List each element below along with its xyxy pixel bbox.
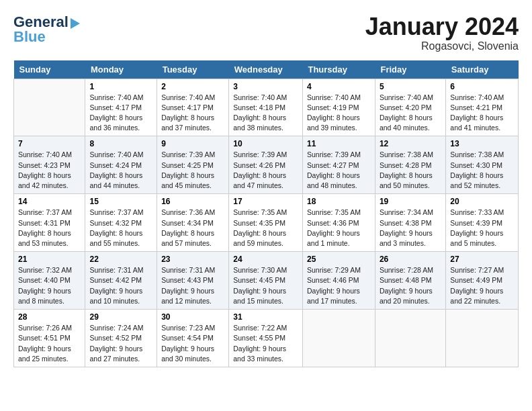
calendar-cell: 5 Sunrise: 7:40 AMSunset: 4:20 PMDayligh… (375, 79, 445, 136)
day-info: Sunrise: 7:40 AMSunset: 4:24 PMDaylight:… (89, 150, 143, 189)
day-info: Sunrise: 7:23 AMSunset: 4:54 PMDaylight:… (161, 324, 215, 363)
calendar-cell: 20 Sunrise: 7:33 AMSunset: 4:39 PMDaylig… (446, 194, 519, 252)
day-info: Sunrise: 7:36 AMSunset: 4:34 PMDaylight:… (161, 208, 215, 247)
calendar-cell: 27 Sunrise: 7:27 AMSunset: 4:49 PMDaylig… (446, 252, 519, 310)
day-number: 12 (380, 139, 441, 148)
day-info: Sunrise: 7:31 AMSunset: 4:43 PMDaylight:… (161, 266, 215, 305)
day-info: Sunrise: 7:39 AMSunset: 4:26 PMDaylight:… (233, 150, 287, 189)
calendar-week-0: 1 Sunrise: 7:40 AMSunset: 4:17 PMDayligh… (14, 79, 519, 136)
day-number: 29 (89, 312, 152, 322)
calendar-cell: 22 Sunrise: 7:31 AMSunset: 4:42 PMDaylig… (85, 252, 157, 310)
day-number: 2 (161, 82, 224, 91)
calendar-cell: 14 Sunrise: 7:37 AMSunset: 4:31 PMDaylig… (14, 194, 85, 252)
calendar-cell: 4 Sunrise: 7:40 AMSunset: 4:19 PMDayligh… (302, 79, 375, 136)
day-info: Sunrise: 7:35 AMSunset: 4:35 PMDaylight:… (233, 208, 287, 247)
calendar-cell: 24 Sunrise: 7:30 AMSunset: 4:45 PMDaylig… (229, 252, 303, 310)
day-number: 7 (18, 139, 81, 148)
calendar-week-1: 7 Sunrise: 7:40 AMSunset: 4:23 PMDayligh… (14, 136, 519, 194)
calendar-cell: 10 Sunrise: 7:39 AMSunset: 4:26 PMDaylig… (229, 136, 303, 194)
calendar-cell: 21 Sunrise: 7:32 AMSunset: 4:40 PMDaylig… (14, 252, 85, 310)
col-tuesday: Tuesday (157, 60, 229, 79)
col-saturday: Saturday (446, 60, 519, 79)
calendar-cell: 23 Sunrise: 7:31 AMSunset: 4:43 PMDaylig… (157, 252, 229, 310)
day-number: 31 (233, 312, 298, 322)
calendar-cell: 6 Sunrise: 7:40 AMSunset: 4:21 PMDayligh… (446, 79, 519, 136)
calendar-cell: 13 Sunrise: 7:38 AMSunset: 4:30 PMDaylig… (446, 136, 519, 194)
day-info: Sunrise: 7:38 AMSunset: 4:28 PMDaylight:… (380, 150, 433, 189)
day-number: 8 (89, 139, 152, 148)
calendar-cell: 1 Sunrise: 7:40 AMSunset: 4:17 PMDayligh… (85, 79, 157, 136)
day-number: 27 (450, 255, 514, 264)
day-info: Sunrise: 7:30 AMSunset: 4:45 PMDaylight:… (233, 266, 287, 305)
calendar-cell (302, 310, 375, 367)
day-info: Sunrise: 7:38 AMSunset: 4:30 PMDaylight:… (450, 150, 504, 189)
day-number: 5 (380, 82, 441, 91)
calendar-week-3: 21 Sunrise: 7:32 AMSunset: 4:40 PMDaylig… (14, 252, 519, 310)
calendar-cell: 29 Sunrise: 7:24 AMSunset: 4:52 PMDaylig… (85, 310, 157, 367)
logo-arrow-icon (71, 18, 80, 29)
calendar-cell: 28 Sunrise: 7:26 AMSunset: 4:51 PMDaylig… (14, 310, 85, 367)
day-number: 16 (161, 197, 224, 206)
calendar-cell: 16 Sunrise: 7:36 AMSunset: 4:34 PMDaylig… (157, 194, 229, 252)
day-number: 17 (233, 197, 298, 206)
day-number: 20 (450, 197, 514, 206)
day-info: Sunrise: 7:37 AMSunset: 4:32 PMDaylight:… (89, 208, 143, 247)
day-number: 28 (18, 312, 81, 322)
day-info: Sunrise: 7:40 AMSunset: 4:20 PMDaylight:… (380, 93, 433, 132)
day-info: Sunrise: 7:37 AMSunset: 4:31 PMDaylight:… (18, 208, 72, 247)
day-number: 23 (161, 255, 224, 264)
logo-line2: Blue (13, 28, 46, 46)
col-friday: Friday (375, 60, 445, 79)
calendar-cell: 3 Sunrise: 7:40 AMSunset: 4:18 PMDayligh… (229, 79, 303, 136)
col-monday: Monday (85, 60, 157, 79)
day-info: Sunrise: 7:26 AMSunset: 4:51 PMDaylight:… (18, 324, 72, 363)
calendar-cell: 12 Sunrise: 7:38 AMSunset: 4:28 PMDaylig… (375, 136, 445, 194)
col-sunday: Sunday (14, 60, 85, 79)
day-info: Sunrise: 7:35 AMSunset: 4:36 PMDaylight:… (307, 208, 361, 247)
header-row: Sunday Monday Tuesday Wednesday Thursday… (14, 60, 519, 79)
day-info: Sunrise: 7:40 AMSunset: 4:18 PMDaylight:… (233, 93, 287, 132)
day-info: Sunrise: 7:22 AMSunset: 4:55 PMDaylight:… (233, 324, 287, 363)
calendar-cell: 11 Sunrise: 7:39 AMSunset: 4:27 PMDaylig… (302, 136, 375, 194)
col-thursday: Thursday (302, 60, 375, 79)
day-number: 24 (233, 255, 298, 264)
col-wednesday: Wednesday (229, 60, 303, 79)
day-info: Sunrise: 7:33 AMSunset: 4:39 PMDaylight:… (450, 208, 504, 247)
day-number: 19 (380, 197, 441, 206)
calendar-cell: 25 Sunrise: 7:29 AMSunset: 4:46 PMDaylig… (302, 252, 375, 310)
location: Rogasovci, Slovenia (365, 40, 519, 52)
day-number: 15 (89, 197, 152, 206)
calendar-cell: 18 Sunrise: 7:35 AMSunset: 4:36 PMDaylig… (302, 194, 375, 252)
day-number: 13 (450, 139, 514, 148)
day-info: Sunrise: 7:39 AMSunset: 4:27 PMDaylight:… (307, 150, 361, 189)
title-block: January 2024 Rogasovci, Slovenia (365, 13, 519, 52)
calendar-cell: 8 Sunrise: 7:40 AMSunset: 4:24 PMDayligh… (85, 136, 157, 194)
calendar-week-2: 14 Sunrise: 7:37 AMSunset: 4:31 PMDaylig… (14, 194, 519, 252)
calendar-cell (14, 79, 85, 136)
day-number: 11 (307, 139, 371, 148)
day-number: 3 (233, 82, 298, 91)
day-number: 26 (380, 255, 441, 264)
day-info: Sunrise: 7:34 AMSunset: 4:38 PMDaylight:… (380, 208, 433, 247)
day-number: 1 (89, 82, 152, 91)
calendar-cell: 15 Sunrise: 7:37 AMSunset: 4:32 PMDaylig… (85, 194, 157, 252)
day-info: Sunrise: 7:29 AMSunset: 4:46 PMDaylight:… (307, 266, 361, 305)
header: General Blue January 2024 Rogasovci, Slo… (13, 13, 519, 52)
page: General Blue January 2024 Rogasovci, Slo… (0, 0, 532, 374)
calendar-cell: 2 Sunrise: 7:40 AMSunset: 4:17 PMDayligh… (157, 79, 229, 136)
day-number: 21 (18, 255, 81, 264)
day-number: 30 (161, 312, 224, 322)
calendar-cell (375, 310, 445, 367)
day-number: 14 (18, 197, 81, 206)
calendar-cell: 17 Sunrise: 7:35 AMSunset: 4:35 PMDaylig… (229, 194, 303, 252)
calendar-cell: 31 Sunrise: 7:22 AMSunset: 4:55 PMDaylig… (229, 310, 303, 367)
calendar-cell: 9 Sunrise: 7:39 AMSunset: 4:25 PMDayligh… (157, 136, 229, 194)
day-info: Sunrise: 7:39 AMSunset: 4:25 PMDaylight:… (161, 150, 215, 189)
day-info: Sunrise: 7:24 AMSunset: 4:52 PMDaylight:… (89, 324, 143, 363)
calendar-cell: 7 Sunrise: 7:40 AMSunset: 4:23 PMDayligh… (14, 136, 85, 194)
day-info: Sunrise: 7:40 AMSunset: 4:17 PMDaylight:… (89, 93, 143, 132)
calendar-cell: 19 Sunrise: 7:34 AMSunset: 4:38 PMDaylig… (375, 194, 445, 252)
day-info: Sunrise: 7:32 AMSunset: 4:40 PMDaylight:… (18, 266, 72, 305)
day-info: Sunrise: 7:40 AMSunset: 4:17 PMDaylight:… (161, 93, 215, 132)
month-title: January 2024 (365, 13, 519, 40)
